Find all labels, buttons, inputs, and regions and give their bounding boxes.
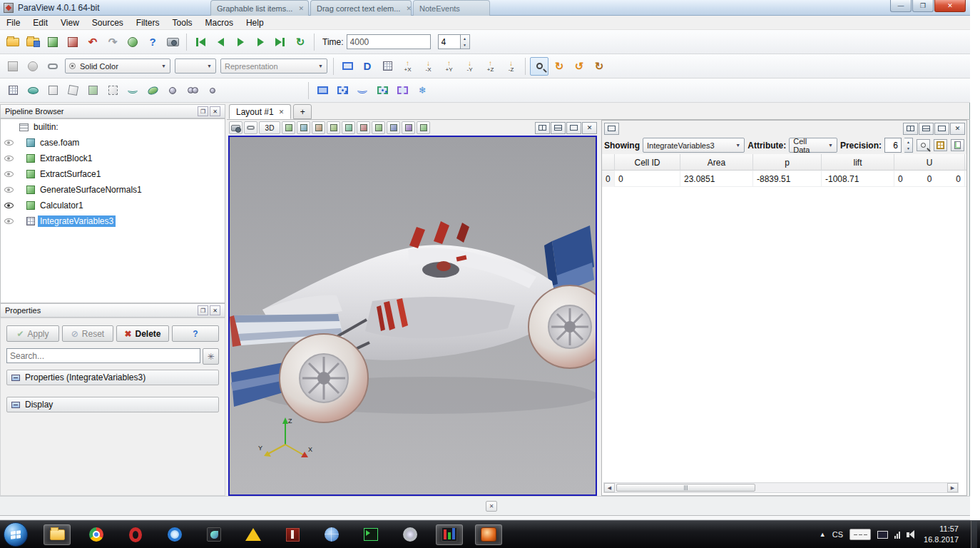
taskbar-icon-putty[interactable]	[357, 524, 384, 545]
select-points-on-button[interactable]	[333, 81, 352, 100]
view-screenshot-button[interactable]	[229, 121, 243, 134]
column-header-area[interactable]: Area	[680, 154, 753, 171]
precision-spinner[interactable]: ▲ ▼	[904, 138, 913, 153]
visibility-eye-icon[interactable]	[4, 203, 14, 208]
tab-close-icon[interactable]: ✕	[298, 5, 304, 12]
spreadsheet-options-button[interactable]	[604, 123, 619, 135]
undo-button[interactable]: ↶	[83, 33, 102, 51]
showing-combo[interactable]: IntegrateVariables3 ▼	[643, 138, 745, 153]
render-view-3d[interactable]: Z X Y	[228, 136, 597, 496]
apply-button[interactable]: ✔ Apply	[6, 325, 59, 342]
extract-level-button[interactable]	[203, 81, 222, 100]
tab-close-icon[interactable]: ✕	[406, 5, 412, 12]
display-tray-icon[interactable]	[877, 531, 888, 539]
search-options-button[interactable]: ✳	[203, 348, 219, 365]
interactive-select-button[interactable]	[393, 81, 412, 100]
time-input[interactable]	[347, 34, 431, 49]
redo-button[interactable]: ↷	[103, 33, 122, 51]
surface-select-button[interactable]	[357, 121, 370, 134]
scroll-left-button[interactable]: ◀	[604, 483, 615, 492]
set-view-plus-z-button[interactable]: ↑+Z	[481, 56, 500, 76]
spin-up-icon[interactable]: ▲	[904, 138, 912, 146]
block-select-button[interactable]	[402, 121, 415, 134]
column-header-u[interactable]: U	[894, 154, 965, 171]
tab-close-icon[interactable]: ✕	[279, 108, 285, 116]
show-desktop-button[interactable]	[971, 521, 977, 548]
taskbar-icon-silver-app[interactable]	[397, 524, 424, 545]
float-panel-button[interactable]: ❐	[198, 106, 208, 116]
visibility-eye-icon[interactable]	[4, 187, 14, 193]
orientation-axes-button[interactable]	[282, 121, 295, 134]
new-layout-tab-button[interactable]: +	[293, 104, 312, 119]
select-show-button[interactable]	[917, 139, 930, 151]
close-progress-button[interactable]: ✕	[486, 501, 497, 512]
split-horizontal-button[interactable]	[535, 122, 550, 134]
interactive-cells-button[interactable]	[417, 121, 430, 134]
play-button[interactable]	[231, 33, 250, 51]
split-vertical-button[interactable]	[551, 122, 566, 134]
auto-apply-button[interactable]	[123, 33, 142, 51]
set-view-minus-y-button[interactable]: ↓-Y	[460, 56, 479, 76]
menu-tools[interactable]: Tools	[166, 16, 199, 29]
split-horizontal-button[interactable]	[903, 123, 918, 135]
spin-down-icon[interactable]: ▼	[461, 42, 469, 49]
color-edit-button[interactable]	[4, 57, 22, 76]
set-view-plus-x-button[interactable]: ↑+X	[398, 56, 417, 76]
set-view-plus-y-button[interactable]: ↑+Y	[439, 56, 459, 76]
close-button[interactable]: ✕	[934, 0, 966, 12]
color-legend-button[interactable]: D	[358, 57, 377, 76]
show-center-axes-button[interactable]	[338, 57, 357, 76]
properties-help-button[interactable]: ?	[172, 325, 219, 342]
glyph-filter-button[interactable]	[24, 81, 42, 100]
zoom-to-box-button[interactable]	[327, 121, 340, 134]
close-panel-button[interactable]: ✕	[210, 305, 220, 315]
taskbar-icon-paraview[interactable]	[475, 524, 502, 545]
pipeline-item-case-foam[interactable]: case.foam	[1, 135, 225, 151]
reset-rotation-button[interactable]: ↻	[590, 57, 608, 76]
pipeline-item-integratevariables3[interactable]: IntegrateVariables3	[1, 213, 225, 229]
taskbar-icon-opera[interactable]	[122, 524, 149, 545]
float-panel-button[interactable]: ❐	[198, 305, 208, 315]
visibility-eye-icon[interactable]	[4, 218, 14, 224]
search-input[interactable]	[6, 348, 200, 363]
taskbar-icon-color-bars-app[interactable]	[436, 524, 463, 545]
language-bar[interactable]	[849, 529, 871, 540]
taskbar-icon-chrome[interactable]	[83, 524, 110, 545]
center-axes-button[interactable]	[297, 121, 310, 134]
warp-filter-button[interactable]	[163, 81, 182, 100]
taskbar-clock[interactable]: 11:57 16.8.2017	[924, 524, 959, 545]
select-points-through-button[interactable]	[373, 81, 392, 100]
set-view-minus-x-button[interactable]: ↓-X	[419, 56, 438, 76]
extract-subset-button[interactable]	[103, 81, 122, 100]
menu-edit[interactable]: Edit	[26, 16, 54, 29]
link-button[interactable]	[44, 57, 62, 76]
select-cells-through-button[interactable]	[353, 81, 372, 100]
visibility-eye-icon[interactable]	[4, 171, 14, 177]
load-state-button[interactable]	[44, 33, 62, 51]
view-link-button[interactable]	[244, 121, 257, 134]
help-button[interactable]: ?	[143, 33, 162, 51]
freeze-selection-button[interactable]: ❄	[413, 81, 432, 100]
stream-tracer-button[interactable]	[143, 81, 162, 100]
precision-input[interactable]	[884, 138, 902, 153]
last-frame-button[interactable]	[271, 33, 290, 51]
delete-button[interactable]: ✖ Delete	[116, 325, 169, 342]
screenshot-button[interactable]	[163, 33, 182, 51]
rubber-band-zoom-button[interactable]	[342, 121, 355, 134]
horizontal-scrollbar[interactable]: ◀ ▶	[603, 482, 959, 493]
visibility-eye-icon[interactable]	[4, 156, 14, 161]
start-button[interactable]	[4, 522, 28, 547]
set-view-minus-z-button[interactable]: ↓-Z	[501, 56, 521, 76]
export-spreadsheet-button[interactable]	[951, 139, 964, 151]
contour-filter-button[interactable]	[123, 81, 142, 100]
network-tray-icon[interactable]	[894, 531, 900, 539]
scroll-right-button[interactable]: ▶	[947, 483, 958, 492]
rotate-ccw-button[interactable]: ↺	[570, 57, 588, 76]
browser-tab[interactable]: Drag correct text elem...✕	[310, 0, 412, 16]
split-vertical-button[interactable]	[919, 123, 934, 135]
attribute-combo[interactable]: Cell Data ▼	[789, 138, 837, 153]
menu-filters[interactable]: Filters	[130, 16, 166, 29]
rescale-button[interactable]	[24, 57, 42, 76]
maximize-view-button[interactable]	[934, 123, 949, 135]
colormap-combo[interactable]: ▼	[175, 59, 216, 73]
